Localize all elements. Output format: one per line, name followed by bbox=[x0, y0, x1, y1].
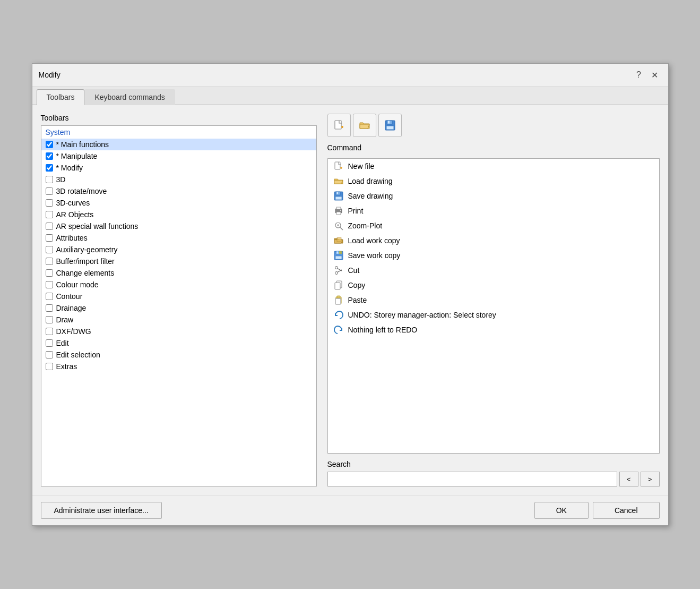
toolbar-item-attributes[interactable]: Attributes bbox=[41, 232, 316, 244]
close-button[interactable]: ✕ bbox=[648, 68, 662, 82]
label-3d-rotate: 3D rotate/move bbox=[56, 187, 107, 195]
checkbox-modify[interactable] bbox=[46, 164, 53, 172]
folder-open-icon bbox=[359, 120, 370, 131]
checkbox-ar-objects[interactable] bbox=[46, 211, 53, 218]
undo-cmd-icon bbox=[333, 310, 344, 320]
toolbar-item-edit-selection[interactable]: Edit selection bbox=[41, 349, 316, 361]
checkbox-attributes[interactable] bbox=[46, 234, 53, 242]
toolbar-list[interactable]: System * Main functions * Manipulate * M… bbox=[41, 125, 317, 486]
command-cut[interactable]: Cut bbox=[328, 263, 659, 278]
command-undo[interactable]: UNDO: Storey manager-action: Select stor… bbox=[328, 308, 659, 322]
command-save-work-copy[interactable]: Save work copy bbox=[328, 248, 659, 263]
label-3d-curves: 3D-curves bbox=[56, 199, 90, 207]
toolbar-item-extras[interactable]: Extras bbox=[41, 361, 316, 372]
checkbox-auxiliary[interactable] bbox=[46, 246, 53, 253]
toolbar-item-ar-objects[interactable]: AR Objects bbox=[41, 209, 316, 220]
save-drawing-toolbar-button[interactable] bbox=[378, 114, 402, 137]
command-print[interactable]: Print bbox=[328, 203, 659, 218]
checkbox-3d-curves[interactable] bbox=[46, 199, 53, 207]
checkbox-colour-mode[interactable] bbox=[46, 281, 53, 288]
search-row: < > bbox=[327, 472, 660, 486]
svg-rect-36 bbox=[335, 298, 341, 304]
toolbar-item-ar-special[interactable]: AR special wall functions bbox=[41, 220, 316, 232]
command-list[interactable]: New file Load drawing Save drawing bbox=[327, 158, 660, 454]
label-drainage: Drainage bbox=[56, 304, 87, 312]
save-work-copy-cmd-icon bbox=[333, 250, 344, 261]
title-bar: Modify ? ✕ bbox=[32, 64, 668, 87]
checkbox-drainage[interactable] bbox=[46, 304, 53, 312]
label-auxiliary: Auxiliary-geometry bbox=[56, 245, 118, 254]
toolbar-item-auxiliary[interactable]: Auxiliary-geometry bbox=[41, 244, 316, 255]
toolbar-item-draw[interactable]: Draw bbox=[41, 314, 316, 326]
dialog-title: Modify bbox=[39, 71, 61, 79]
right-panel: Command New file Load drawing bbox=[327, 114, 660, 486]
next-button[interactable]: > bbox=[641, 472, 660, 486]
command-save-drawing[interactable]: Save drawing bbox=[328, 189, 659, 203]
cancel-button[interactable]: Cancel bbox=[593, 502, 660, 519]
label-extras: Extras bbox=[56, 362, 77, 371]
command-load-drawing[interactable]: Load drawing bbox=[328, 174, 659, 189]
checkbox-3d[interactable] bbox=[46, 176, 53, 183]
toolbar-item-3d-rotate[interactable]: 3D rotate/move bbox=[41, 185, 316, 197]
command-zoom-plot[interactable]: Zoom-Plot bbox=[328, 218, 659, 233]
new-file-icon bbox=[333, 119, 345, 131]
checkbox-extras[interactable] bbox=[46, 363, 53, 370]
label-3d: 3D bbox=[56, 175, 66, 184]
svg-point-29 bbox=[335, 267, 338, 269]
ok-button[interactable]: OK bbox=[534, 502, 589, 519]
svg-rect-7 bbox=[335, 162, 340, 169]
checkbox-3d-rotate[interactable] bbox=[46, 187, 53, 195]
checkbox-edit[interactable] bbox=[46, 339, 53, 347]
label-ar-objects: AR Objects bbox=[56, 210, 94, 219]
checkbox-draw[interactable] bbox=[46, 316, 53, 323]
toolbar-item-manipulate[interactable]: * Manipulate bbox=[41, 150, 316, 162]
command-redo-label: Nothing left to REDO bbox=[348, 326, 418, 334]
search-input[interactable] bbox=[327, 472, 617, 486]
toolbar-item-drainage[interactable]: Drainage bbox=[41, 302, 316, 314]
toolbar-item-dxf-dwg[interactable]: DXF/DWG bbox=[41, 326, 316, 337]
admin-user-interface-button[interactable]: Administrate user interface... bbox=[41, 502, 162, 519]
command-paste[interactable]: Paste bbox=[328, 293, 659, 308]
checkbox-manipulate[interactable] bbox=[46, 152, 53, 160]
save-drawing-cmd-icon bbox=[333, 191, 344, 201]
checkbox-main-functions[interactable] bbox=[46, 141, 53, 148]
command-redo[interactable]: Nothing left to REDO bbox=[328, 322, 659, 337]
tab-keyboard-commands[interactable]: Keyboard commands bbox=[84, 89, 175, 105]
toolbar-item-modify[interactable]: * Modify bbox=[41, 162, 316, 174]
svg-rect-35 bbox=[337, 296, 340, 298]
checkbox-change-elements[interactable] bbox=[46, 269, 53, 277]
toolbar-item-3d[interactable]: 3D bbox=[41, 174, 316, 185]
load-drawing-toolbar-button[interactable] bbox=[353, 114, 376, 137]
toolbar-item-buffer[interactable]: Buffer/import filter bbox=[41, 255, 316, 267]
toolbar-item-3d-curves[interactable]: 3D-curves bbox=[41, 197, 316, 209]
icon-toolbar bbox=[327, 114, 660, 137]
modify-dialog: Modify ? ✕ Toolbars Keyboard commands To… bbox=[32, 63, 669, 526]
label-attributes: Attributes bbox=[56, 234, 88, 242]
checkbox-edit-selection[interactable] bbox=[46, 351, 53, 358]
checkbox-ar-special[interactable] bbox=[46, 223, 53, 230]
svg-rect-6 bbox=[386, 126, 394, 130]
toolbar-item-contour[interactable]: Contour bbox=[41, 291, 316, 302]
svg-rect-12 bbox=[336, 192, 338, 194]
command-load-work-copy[interactable]: Load work copy bbox=[328, 233, 659, 248]
toolbar-item-edit[interactable]: Edit bbox=[41, 337, 316, 349]
checkbox-contour[interactable] bbox=[46, 293, 53, 300]
checkbox-dxf-dwg[interactable] bbox=[46, 328, 53, 335]
svg-rect-0 bbox=[335, 121, 341, 129]
svg-point-17 bbox=[340, 210, 341, 211]
help-button[interactable]: ? bbox=[632, 68, 646, 82]
toolbar-item-main-functions[interactable]: * Main functions bbox=[41, 139, 316, 150]
prev-button[interactable]: < bbox=[619, 472, 638, 486]
command-copy[interactable]: Copy bbox=[328, 278, 659, 293]
tab-toolbars[interactable]: Toolbars bbox=[37, 89, 85, 105]
svg-rect-25 bbox=[336, 252, 338, 254]
toolbar-item-change-elements[interactable]: Change elements bbox=[41, 267, 316, 279]
svg-rect-16 bbox=[336, 212, 341, 215]
new-file-toolbar-button[interactable] bbox=[327, 114, 351, 137]
checkbox-buffer[interactable] bbox=[46, 258, 53, 265]
command-print-label: Print bbox=[348, 207, 364, 215]
command-new-file[interactable]: New file bbox=[328, 159, 659, 174]
toolbar-item-colour-mode[interactable]: Colour mode bbox=[41, 279, 316, 291]
svg-rect-5 bbox=[388, 121, 390, 124]
label-draw: Draw bbox=[56, 315, 74, 324]
